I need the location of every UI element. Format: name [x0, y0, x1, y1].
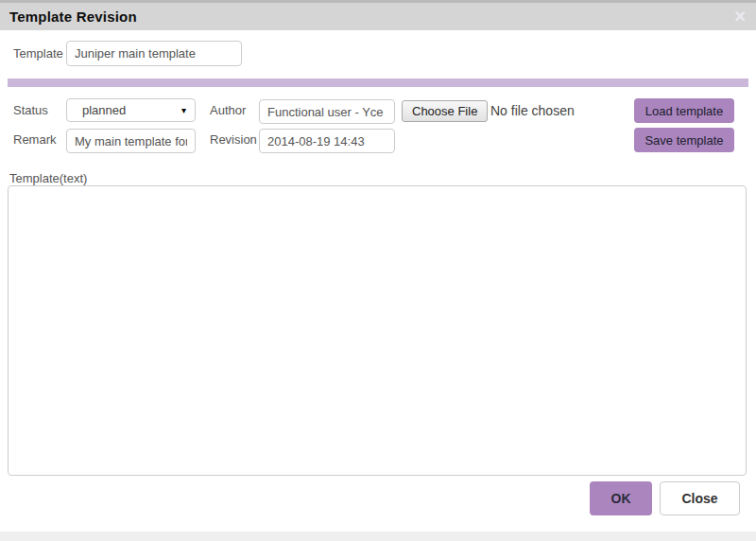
page-background-strip	[0, 532, 756, 541]
template-label: Template	[13, 42, 63, 66]
file-chosen-status: No file chosen	[490, 98, 575, 123]
ok-button[interactable]: OK	[590, 481, 652, 515]
revision-input[interactable]	[259, 129, 395, 153]
load-template-button[interactable]: Load template	[634, 98, 734, 123]
purple-divider	[8, 79, 748, 87]
remark-label: Remark	[13, 128, 57, 152]
save-template-button[interactable]: Save template	[634, 128, 734, 152]
status-select-value: planned	[82, 103, 126, 117]
close-button[interactable]: Close	[660, 481, 740, 515]
revision-label: Revision	[210, 128, 257, 152]
close-icon[interactable]: ✕	[734, 8, 747, 26]
status-select[interactable]: planned ▾	[66, 98, 196, 122]
status-label: Status	[13, 98, 48, 123]
remark-input[interactable]	[66, 129, 196, 153]
template-text-area[interactable]	[8, 185, 747, 476]
template-name-input[interactable]	[66, 41, 242, 66]
author-label: Author	[210, 98, 246, 123]
choose-file-button[interactable]: Choose File	[402, 100, 488, 122]
dialog-header: Template Revision ✕	[0, 0, 756, 30]
dialog-title: Template Revision	[9, 9, 137, 25]
chevron-down-icon: ▾	[181, 99, 186, 121]
author-input[interactable]	[259, 99, 395, 124]
